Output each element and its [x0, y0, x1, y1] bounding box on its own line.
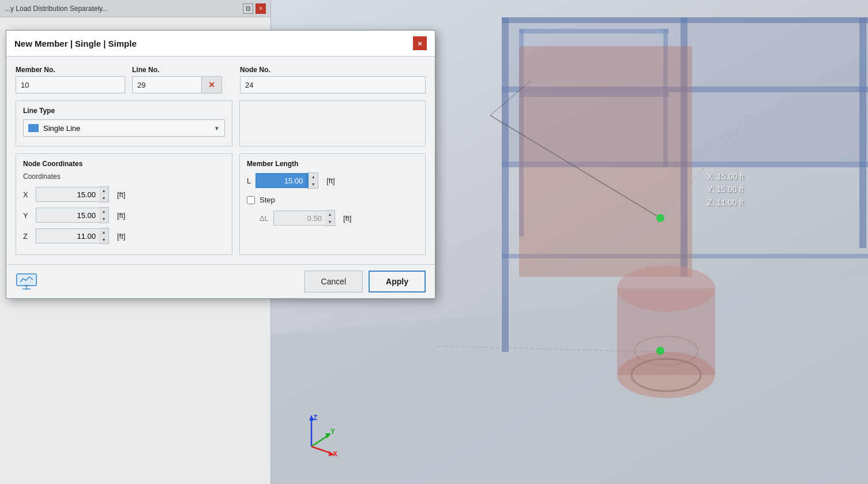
- length-increment-btn[interactable]: ▲: [309, 173, 318, 181]
- y-coord-input[interactable]: [36, 208, 99, 223]
- sidebar-restore-btn[interactable]: ⊡: [243, 3, 253, 14]
- sidebar-top-bar: ...y Load Distribution Separately... ⊡ ×: [0, 0, 270, 17]
- line-type-color-box: [28, 124, 39, 132]
- member-length-section: Member Length L ▲ ▼ [ft]: [239, 153, 426, 255]
- dialog-footer: Cancel Apply: [6, 264, 435, 298]
- z-spinner: ▲ ▼: [99, 228, 109, 244]
- svg-rect-11: [519, 29, 669, 33]
- step-checkbox[interactable]: [247, 196, 255, 204]
- empty-panel: [239, 100, 426, 147]
- sidebar-title: ...y Load Distribution Separately...: [5, 5, 108, 13]
- x-coord-input[interactable]: [36, 187, 99, 202]
- delta-row: ΔL ▲ ▼ [ft]: [260, 210, 418, 226]
- line-type-label: Line Type: [23, 107, 225, 115]
- clear-icon: ✕: [208, 80, 215, 89]
- z-coord-input[interactable]: [36, 228, 99, 243]
- apply-button[interactable]: Apply: [369, 271, 426, 292]
- monitor-icon: [16, 273, 37, 290]
- coord-y: Y: 15.00 ft: [707, 183, 744, 196]
- member-no-input[interactable]: [16, 76, 125, 93]
- delta-decrement-btn[interactable]: ▼: [325, 218, 335, 226]
- y-spinner: ▲ ▼: [99, 207, 109, 223]
- y-input-wrapper: ▲ ▼: [36, 207, 109, 223]
- line-no-clear-button[interactable]: ✕: [201, 76, 222, 93]
- axis-indicator: Z Y X: [294, 412, 340, 458]
- dialog-close-button[interactable]: ×: [413, 36, 427, 50]
- svg-rect-7: [502, 17, 868, 23]
- middle-row: Line Type Single Line ▼: [16, 100, 426, 147]
- x-input-wrapper: ▲ ▼: [36, 186, 109, 202]
- bottom-row: Node Coordinates Coordinates X ▲ ▼ [ft]: [16, 153, 426, 255]
- dialog-content: Member No. Line No. ✕ Node No. Line T: [6, 57, 435, 264]
- member-no-label: Member No.: [16, 66, 125, 74]
- line-no-label: Line No.: [132, 66, 233, 74]
- svg-text:Y: Y: [330, 427, 335, 436]
- node-no-label: Node No.: [240, 66, 426, 74]
- y-unit-label: [ft]: [117, 211, 125, 220]
- z-coord-row: Z ▲ ▼ [ft]: [23, 228, 225, 244]
- length-input[interactable]: [255, 173, 307, 188]
- x-axis-label: X: [23, 190, 31, 199]
- coord-display: X: 15.00 ft Y: 15.00 ft Z: 11.00 ft: [707, 170, 744, 209]
- length-row: L ▲ ▼ [ft]: [247, 172, 418, 189]
- length-unit-label: [ft]: [326, 177, 335, 185]
- x-coord-row: X ▲ ▼ [ft]: [23, 186, 225, 202]
- y-decrement-btn[interactable]: ▼: [99, 215, 108, 223]
- delta-input-wrapper: ▲ ▼: [273, 210, 335, 226]
- y-axis-label: Y: [23, 211, 31, 220]
- l-label: L: [247, 177, 251, 185]
- node-coordinates-label: Node Coordinates: [23, 160, 225, 168]
- dialog-titlebar: New Member | Single | Simple ×: [6, 31, 435, 57]
- delta-spinner: ▲ ▼: [325, 210, 335, 226]
- monitor-icon-button[interactable]: [16, 272, 37, 291]
- line-type-value: Single Line: [43, 124, 80, 133]
- svg-rect-4: [502, 17, 509, 352]
- svg-text:X: X: [333, 450, 337, 458]
- svg-marker-16: [519, 46, 692, 277]
- member-no-group: Member No.: [16, 66, 125, 93]
- coordinates-sublabel: Coordinates: [23, 172, 225, 181]
- z-axis-label: Z: [23, 232, 31, 241]
- delta-increment-btn[interactable]: ▲: [325, 211, 335, 218]
- member-length-label: Member Length: [247, 160, 418, 168]
- line-type-section: Line Type Single Line ▼: [16, 100, 232, 147]
- y-coord-row: Y ▲ ▼ [ft]: [23, 207, 225, 223]
- footer-icon-area: [16, 272, 37, 291]
- length-input-wrapper: ▲ ▼: [255, 172, 318, 189]
- chevron-down-icon: ▼: [214, 125, 220, 132]
- step-row: Step: [247, 196, 418, 204]
- z-input-wrapper: ▲ ▼: [36, 228, 109, 244]
- x-decrement-btn[interactable]: ▼: [99, 194, 108, 202]
- x-spinner: ▲ ▼: [99, 186, 109, 202]
- length-spinner: ▲ ▼: [307, 172, 318, 189]
- line-no-group: Line No. ✕: [132, 66, 233, 93]
- z-unit-label: [ft]: [117, 232, 125, 241]
- svg-point-25: [656, 347, 664, 355]
- line-type-select[interactable]: Single Line ▼: [23, 119, 225, 137]
- length-decrement-btn[interactable]: ▼: [309, 181, 318, 188]
- step-label: Step: [260, 196, 275, 204]
- node-coordinates-section: Node Coordinates Coordinates X ▲ ▼ [ft]: [16, 153, 232, 255]
- node-no-input[interactable]: [240, 76, 426, 93]
- delta-input[interactable]: [273, 211, 325, 226]
- node-no-group: Node No.: [240, 66, 426, 93]
- top-row: Member No. Line No. ✕ Node No.: [16, 66, 426, 93]
- z-decrement-btn[interactable]: ▼: [99, 236, 108, 243]
- z-increment-btn[interactable]: ▲: [99, 228, 108, 236]
- coord-x: X: 15.00 ft: [707, 170, 744, 183]
- coord-z: Z: 11.00 ft: [707, 196, 744, 209]
- svg-text:Z: Z: [313, 414, 317, 422]
- line-no-inner: ✕: [132, 76, 233, 93]
- delta-unit-label: [ft]: [343, 214, 351, 223]
- sidebar-close-btn[interactable]: ×: [255, 3, 266, 14]
- y-increment-btn[interactable]: ▲: [99, 208, 108, 215]
- svg-line-31: [311, 435, 329, 447]
- line-no-input[interactable]: [132, 76, 201, 93]
- dialog-title: New Member | Single | Simple: [14, 39, 137, 48]
- svg-line-34: [311, 447, 332, 453]
- x-unit-label: [ft]: [117, 190, 125, 199]
- cancel-button[interactable]: Cancel: [305, 271, 363, 292]
- new-member-dialog: New Member | Single | Simple × Member No…: [6, 30, 435, 299]
- x-increment-btn[interactable]: ▲: [99, 187, 108, 194]
- svg-rect-6: [859, 17, 866, 248]
